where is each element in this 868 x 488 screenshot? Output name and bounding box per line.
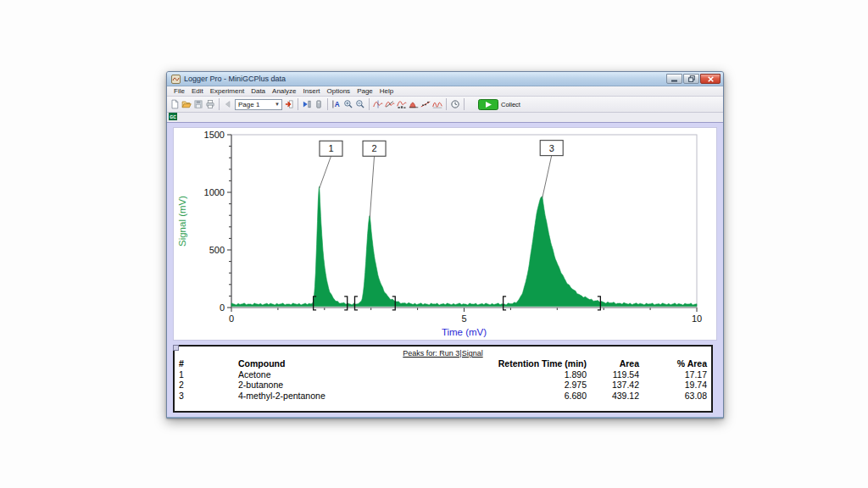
examine-button[interactable]: [372, 97, 384, 111]
table-cell: 1: [179, 369, 238, 380]
zoom-in-button[interactable]: [342, 97, 354, 111]
save-button[interactable]: [192, 97, 204, 111]
chromatogram-graph[interactable]: 0500100015000510123Signal (mV)Time (mV): [173, 127, 717, 341]
sensor-icon: [314, 98, 324, 110]
table-cell: 6.680: [453, 391, 587, 402]
table-cell: 2.975: [453, 380, 587, 391]
data-collection-button[interactable]: [449, 97, 461, 111]
statistics-icon: [397, 98, 407, 110]
close-icon: [708, 76, 714, 82]
examine-icon: [373, 98, 383, 110]
table-cell: 3: [179, 391, 238, 402]
tangent-icon: [385, 98, 395, 110]
table-cell: 119.54: [587, 369, 639, 380]
x-axis-label: Time (mV): [442, 327, 487, 337]
gc-window-tab[interactable]: GC: [169, 113, 177, 120]
menu-item-analyze[interactable]: Analyze: [269, 86, 299, 97]
menu-bar: FileEditExperimentDataAnalyzeInsertOptio…: [167, 86, 723, 97]
model-icon: [432, 98, 442, 110]
title-bar[interactable]: Logger Pro - MiniGCPlus data: [167, 72, 723, 86]
svg-text:A: A: [335, 101, 340, 108]
table-cell: 2: [179, 380, 238, 391]
toolbar-separator: [464, 98, 465, 110]
peaks-table-grid: #CompoundRetention Time (min)Area% Area1…: [175, 358, 711, 401]
minimize-icon: [671, 76, 677, 82]
compound-cell: Acetone: [238, 369, 453, 380]
peaks-table[interactable]: Peaks for: Run 3|Signal #CompoundRetenti…: [173, 345, 713, 413]
tangent-button[interactable]: [384, 97, 396, 111]
statistics-button[interactable]: [396, 97, 408, 111]
curve-fit-icon: [420, 98, 431, 110]
previous-page-button[interactable]: [222, 97, 234, 111]
chevron-down-icon: ▼: [275, 102, 281, 107]
column-header: % Area: [639, 358, 707, 369]
next-page-icon: [284, 98, 294, 110]
app-icon: [171, 75, 181, 84]
menu-item-experiment[interactable]: Experiment: [207, 86, 248, 97]
x-tick-label: 0: [229, 313, 234, 324]
print-button[interactable]: [204, 97, 216, 111]
autoscale-button[interactable]: A: [331, 97, 342, 111]
model-button[interactable]: [431, 97, 443, 111]
menu-item-page[interactable]: Page: [353, 86, 376, 97]
page-selector[interactable]: Page 1 ▼: [235, 99, 282, 110]
data-table-button[interactable]: [301, 97, 313, 111]
window-title: Logger Pro - MiniGCPlus data: [184, 75, 666, 83]
table-cell: 63.08: [639, 391, 707, 402]
sensor-button[interactable]: [313, 97, 325, 111]
peaks-table-title: Peaks for: Run 3|Signal: [175, 349, 711, 358]
column-header: #: [179, 358, 238, 369]
gc-tab-strip: GC: [167, 113, 723, 122]
page-selector-value: Page 1: [238, 101, 259, 108]
table-cell: 137.42: [587, 380, 639, 391]
menu-item-help[interactable]: Help: [376, 86, 397, 97]
toolbar-separator: [369, 98, 370, 110]
y-tick-label: 1000: [204, 187, 225, 197]
zoom-in-icon: [343, 98, 353, 110]
table-handle-icon[interactable]: [173, 345, 179, 351]
chromatogram-svg[interactable]: 0500100015000510123Signal (mV)Time (mV): [174, 128, 716, 340]
menu-item-options[interactable]: Options: [324, 86, 354, 97]
desktop: Logger Pro - MiniGCPlus data: [0, 0, 868, 488]
peak-label: 1: [328, 143, 333, 153]
collect-label: Collect: [501, 101, 520, 108]
toolbar-separator: [327, 98, 328, 110]
collect-button[interactable]: Collect: [476, 97, 525, 112]
y-tick-label: 500: [209, 245, 225, 255]
compound-cell: 4-methyl-2-pentanone: [238, 391, 453, 402]
print-icon: [205, 98, 215, 110]
table-cell: 19.74: [639, 380, 707, 391]
x-tick-label: 5: [461, 313, 466, 324]
open-folder-icon: [181, 98, 192, 110]
column-header: Compound: [238, 358, 453, 369]
open-file-button[interactable]: [181, 97, 192, 111]
menu-item-data[interactable]: Data: [248, 86, 269, 97]
minimize-button[interactable]: [666, 74, 682, 84]
zoom-out-button[interactable]: [354, 97, 366, 111]
previous-page-icon: [223, 98, 233, 110]
restore-button[interactable]: [683, 74, 699, 84]
data-collection-icon: [450, 98, 460, 110]
logger-pro-window: Logger Pro - MiniGCPlus data: [166, 71, 724, 419]
page-area: 0500100015000510123Signal (mV)Time (mV) …: [167, 122, 723, 418]
toolbar-separator: [298, 98, 298, 110]
compound-cell: 2-butanone: [238, 380, 453, 391]
x-tick-label: 10: [692, 313, 702, 324]
y-tick-label: 1500: [204, 130, 225, 140]
table-cell: 17.17: [639, 369, 707, 380]
close-button[interactable]: [700, 74, 721, 84]
y-tick-label: 0: [220, 302, 225, 313]
restore-icon: [688, 75, 695, 82]
save-icon: [193, 98, 203, 110]
integral-button[interactable]: [408, 97, 420, 111]
autoscale-icon: A: [331, 98, 342, 110]
data-table-icon: [302, 98, 312, 110]
peak-label: 2: [371, 143, 376, 153]
menu-item-insert[interactable]: Insert: [300, 86, 324, 97]
new-document-button[interactable]: [169, 97, 181, 111]
menu-item-file[interactable]: File: [170, 86, 188, 97]
collect-play-icon: [478, 99, 498, 110]
curve-fit-button[interactable]: [420, 97, 431, 111]
menu-item-edit[interactable]: Edit: [188, 86, 207, 97]
next-page-button[interactable]: [283, 97, 295, 111]
